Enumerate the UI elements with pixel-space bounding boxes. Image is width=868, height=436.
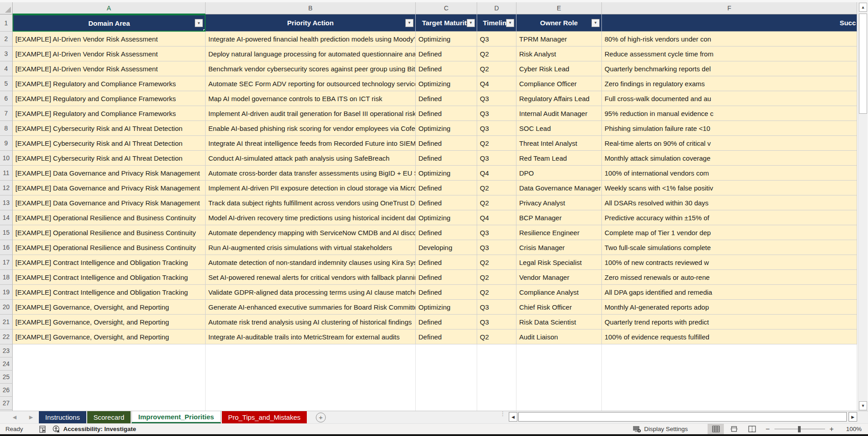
column-header-C[interactable]: C	[416, 2, 477, 14]
cell-C15[interactable]: Defined	[416, 225, 477, 240]
cell-B23[interactable]	[206, 344, 416, 357]
cell-B2[interactable]: Integrate AI-powered financial health pr…	[206, 32, 416, 46]
cell-E15[interactable]: Resilience Engineer	[516, 225, 602, 240]
row-header-10[interactable]: 10	[0, 151, 13, 166]
row-header-22[interactable]: 22	[0, 329, 13, 344]
cell-A11[interactable]: [EXAMPLE] Data Governance and Privacy Ri…	[13, 166, 206, 181]
cell-B6[interactable]: Map AI model governance controls to EBA …	[206, 91, 416, 106]
cell-C11[interactable]: Optimizing	[416, 166, 477, 181]
cell-C18[interactable]: Defined	[416, 270, 477, 285]
filter-dropdown-icon[interactable]: ▼	[506, 19, 514, 27]
cell-C10[interactable]: Defined	[416, 151, 477, 166]
cell-C23[interactable]	[416, 344, 477, 357]
zoom-slider-thumb[interactable]	[798, 426, 801, 432]
cell-B9[interactable]: Integrate AI threat intelligence feeds f…	[206, 136, 416, 151]
cell-F15[interactable]: Complete map of Tier 1 vendor dep	[602, 225, 857, 240]
cell-E23[interactable]	[516, 344, 602, 357]
cell-C16[interactable]: Developing	[416, 240, 477, 255]
cell-B11[interactable]: Automate cross-border data transfer asse…	[206, 166, 416, 181]
cell-A1[interactable]: Domain Area▼	[13, 14, 206, 32]
cell-D3[interactable]: Q2	[477, 46, 516, 61]
cell-C12[interactable]: Defined	[416, 181, 477, 195]
cell-A14[interactable]: [EXAMPLE] Operational Resilience and Bus…	[13, 210, 206, 225]
cell-F5[interactable]: Zero findings in regulatory exams	[602, 76, 857, 91]
column-header-A[interactable]: A	[13, 2, 206, 14]
row-header-2[interactable]: 2	[0, 32, 13, 46]
cell-A23[interactable]	[13, 344, 206, 357]
cell-D16[interactable]: Q3	[477, 240, 516, 255]
cell-A12[interactable]: [EXAMPLE] Data Governance and Privacy Ri…	[13, 181, 206, 195]
cell-E10[interactable]: Red Team Lead	[516, 151, 602, 166]
cell-E21[interactable]: Risk Data Scientist	[516, 315, 602, 329]
cell-E12[interactable]: Data Governance Manager	[516, 181, 602, 195]
cell-A15[interactable]: [EXAMPLE] Operational Resilience and Bus…	[13, 225, 206, 240]
filter-dropdown-icon[interactable]: ▼	[405, 19, 413, 27]
cell-E26[interactable]	[516, 384, 602, 397]
cell-B4[interactable]: Benchmark vendor cybersecurity scores ag…	[206, 61, 416, 76]
cell-D23[interactable]	[477, 344, 516, 357]
row-header-4[interactable]: 4	[0, 61, 13, 76]
cell-A27[interactable]	[13, 397, 206, 410]
cell-C1[interactable]: Target Maturity▼	[416, 14, 477, 32]
page-layout-view-button[interactable]	[726, 424, 742, 435]
cell-F25[interactable]	[602, 371, 857, 384]
cell-F7[interactable]: 95% reduction in manual evidence c	[602, 106, 857, 121]
cell-F6[interactable]: Full cross-walk documented and au	[602, 91, 857, 106]
row-header-8[interactable]: 8	[0, 121, 13, 136]
cell-C2[interactable]: Optimizing	[416, 32, 477, 46]
cell-C13[interactable]: Defined	[416, 195, 477, 210]
cell-C17[interactable]: Defined	[416, 255, 477, 270]
cell-D14[interactable]: Q4	[477, 210, 516, 225]
cell-A26[interactable]	[13, 384, 206, 397]
cell-A4[interactable]: [EXAMPLE] AI-Driven Vendor Risk Assessme…	[13, 61, 206, 76]
row-header-25[interactable]: 25	[0, 371, 13, 384]
select-all-button[interactable]	[0, 2, 13, 14]
display-settings-button[interactable]: Display Settings	[633, 426, 688, 433]
row-header-20[interactable]: 20	[0, 300, 13, 315]
vertical-scroll-thumb[interactable]	[859, 14, 867, 114]
row-header-21[interactable]: 21	[0, 315, 13, 329]
cell-B16[interactable]: Run AI-augmented crisis simulations with…	[206, 240, 416, 255]
cell-D2[interactable]: Q3	[477, 32, 516, 46]
row-header-12[interactable]: 12	[0, 181, 13, 195]
cell-F3[interactable]: Reduce assessment cycle time from	[602, 46, 857, 61]
scroll-up-icon[interactable]: ▲	[859, 3, 867, 12]
cell-C7[interactable]: Defined	[416, 106, 477, 121]
sheet-tab-pro-tips-and-mistakes[interactable]: Pro_Tips_and_Mistakes	[222, 411, 307, 423]
cell-E20[interactable]: Chief Risk Officer	[516, 300, 602, 315]
cell-B3[interactable]: Deploy natural language processing for a…	[206, 46, 416, 61]
cell-C6[interactable]: Defined	[416, 91, 477, 106]
cell-F23[interactable]	[602, 344, 857, 357]
row-header-23[interactable]: 23	[0, 344, 13, 357]
cell-E7[interactable]: Internal Audit Manager	[516, 106, 602, 121]
cell-F17[interactable]: 100% of new contracts reviewed w	[602, 255, 857, 270]
cell-A7[interactable]: [EXAMPLE] Regulatory and Compliance Fram…	[13, 106, 206, 121]
cell-A10[interactable]: [EXAMPLE] Cybersecurity Risk and AI Thre…	[13, 151, 206, 166]
scroll-down-icon[interactable]: ▼	[859, 401, 867, 410]
cell-E11[interactable]: DPO	[516, 166, 602, 181]
cell-E14[interactable]: BCP Manager	[516, 210, 602, 225]
cell-C14[interactable]: Optimizing	[416, 210, 477, 225]
cell-D5[interactable]: Q4	[477, 76, 516, 91]
cell-C27[interactable]	[416, 397, 477, 410]
cell-C22[interactable]: Defined	[416, 329, 477, 344]
zoom-level[interactable]: 100%	[838, 426, 862, 432]
row-header-9[interactable]: 9	[0, 136, 13, 151]
cell-B5[interactable]: Automate SEC Form ADV reporting for outs…	[206, 76, 416, 91]
cell-B12[interactable]: Implement AI-driven PII exposure detecti…	[206, 181, 416, 195]
cell-B7[interactable]: Implement AI-driven audit trail generati…	[206, 106, 416, 121]
cell-D25[interactable]	[477, 371, 516, 384]
row-header-17[interactable]: 17	[0, 255, 13, 270]
cell-D9[interactable]: Q2	[477, 136, 516, 151]
row-header-19[interactable]: 19	[0, 285, 13, 300]
cell-C24[interactable]	[416, 357, 477, 371]
cell-C3[interactable]: Defined	[416, 46, 477, 61]
cell-B26[interactable]	[206, 384, 416, 397]
cell-B24[interactable]	[206, 357, 416, 371]
cell-E4[interactable]: Cyber Risk Lead	[516, 61, 602, 76]
row-header-5[interactable]: 5	[0, 76, 13, 91]
scroll-left-icon[interactable]: ◀	[509, 412, 517, 422]
cell-E6[interactable]: Regulatory Affairs Lead	[516, 91, 602, 106]
cell-D15[interactable]: Q3	[477, 225, 516, 240]
new-sheet-button[interactable]: +	[316, 413, 326, 422]
